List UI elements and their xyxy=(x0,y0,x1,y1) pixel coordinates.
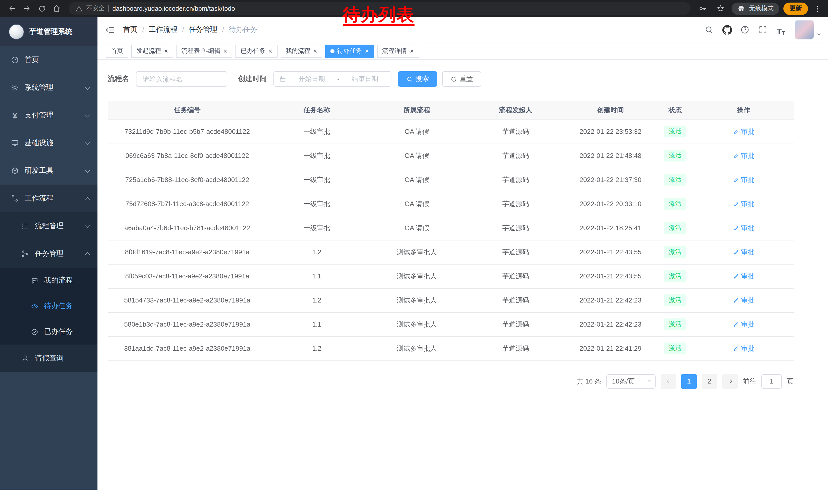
sidebar-item-label: 工作流程 xyxy=(25,194,53,203)
prev-page-button[interactable] xyxy=(661,374,676,388)
cell-status: 激活 xyxy=(657,288,694,312)
cell-process: 测试多审批人 xyxy=(367,288,467,312)
approve-link[interactable]: 审批 xyxy=(733,320,754,329)
next-page-button[interactable] xyxy=(722,374,738,388)
help-icon[interactable] xyxy=(739,24,751,36)
status-badge: 激活 xyxy=(664,270,687,282)
approve-link[interactable]: 审批 xyxy=(733,344,754,353)
approve-link[interactable]: 审批 xyxy=(733,127,754,136)
search-icon[interactable] xyxy=(703,24,715,36)
forward-button[interactable] xyxy=(20,2,34,15)
filter-form: 流程名 创建时间 开始日期 - 结束日期 搜索 重 xyxy=(108,71,828,87)
refresh-icon xyxy=(450,76,457,82)
password-key-icon[interactable] xyxy=(696,2,709,15)
table-row: 73211d9d-7b9b-11ec-b5b7-acde48001122 一级审… xyxy=(108,120,794,144)
process-name-input[interactable] xyxy=(136,71,227,87)
user-menu[interactable] xyxy=(795,20,820,40)
approve-link[interactable]: 审批 xyxy=(733,272,754,281)
cell-task-name: 1.1 xyxy=(267,312,367,336)
approve-link[interactable]: 审批 xyxy=(733,295,754,305)
sidebar-item-devtools[interactable]: 研发工具 xyxy=(0,157,97,185)
cell-created: 2022-01-22 20:33:10 xyxy=(564,192,657,216)
tab-process-detail[interactable]: 流程详情 × xyxy=(377,44,419,58)
cell-created: 2022-01-22 21:48:48 xyxy=(564,144,657,168)
cell-task-name: 一级审批 xyxy=(267,120,367,144)
breadcrumb-separator: / xyxy=(142,26,144,34)
sidebar-item-system[interactable]: 系统管理 xyxy=(0,74,97,101)
app-logo-row[interactable]: 芋道管理系统 xyxy=(0,17,97,46)
close-icon[interactable]: × xyxy=(365,48,369,54)
status-badge: 激活 xyxy=(664,342,687,354)
start-date-placeholder: 开始日期 xyxy=(291,74,333,84)
goto-page-input[interactable] xyxy=(761,374,782,388)
page-button-2[interactable]: 2 xyxy=(702,374,717,388)
close-icon[interactable]: × xyxy=(409,48,414,54)
back-button[interactable] xyxy=(5,2,19,15)
breadcrumb-home[interactable]: 首页 xyxy=(123,25,137,34)
chevron-down-icon xyxy=(648,378,651,382)
approve-link[interactable]: 审批 xyxy=(733,175,754,184)
cell-starter: 芋道源码 xyxy=(467,192,564,216)
close-icon[interactable]: × xyxy=(313,48,317,54)
cell-created: 2022-01-21 22:42:23 xyxy=(564,288,657,312)
cube-icon xyxy=(10,167,19,175)
cell-process: 测试多审批人 xyxy=(367,336,467,360)
sidebar-item-my-process[interactable]: 我的流程 xyxy=(0,268,97,293)
tab-home[interactable]: 首页 xyxy=(106,44,128,58)
tab-my-process[interactable]: 我的流程 × xyxy=(281,44,322,58)
sidebar-collapse-icon[interactable] xyxy=(105,25,115,35)
approve-link[interactable]: 审批 xyxy=(733,247,754,257)
fullscreen-icon[interactable] xyxy=(757,24,769,36)
sidebar-item-leave-query[interactable]: 请假查询 xyxy=(0,345,97,372)
col-starter: 流程发起人 xyxy=(467,101,564,120)
bookmark-star-icon[interactable] xyxy=(714,2,728,15)
tab-start-process[interactable]: 发起流程 × xyxy=(131,44,173,58)
approve-link[interactable]: 审批 xyxy=(733,223,754,232)
close-icon[interactable]: × xyxy=(223,48,227,54)
home-button[interactable] xyxy=(50,2,64,15)
user-icon xyxy=(20,354,30,363)
date-range-picker[interactable]: 开始日期 - 结束日期 xyxy=(274,71,391,87)
browser-menu-icon[interactable]: ⋮ xyxy=(812,4,823,13)
sidebar-item-todo-tasks[interactable]: 待办任务 xyxy=(0,293,97,319)
tab-process-form-edit[interactable]: 流程表单-编辑 × xyxy=(176,44,233,58)
tab-done-tasks[interactable]: 已办任务 × xyxy=(236,44,277,58)
update-button[interactable]: 更新 xyxy=(783,2,808,15)
app-logo xyxy=(9,24,24,39)
col-task-id: 任务编号 xyxy=(108,101,267,120)
goto-label: 前往 xyxy=(743,377,756,386)
omnibox-divider xyxy=(108,5,109,12)
tab-todo-tasks[interactable]: 待办任务 × xyxy=(326,44,374,58)
page-button-1[interactable]: 1 xyxy=(681,374,697,388)
sidebar-item-process-management[interactable]: 流程管理 xyxy=(0,212,97,240)
breadcrumb-task-management[interactable]: 任务管理 xyxy=(189,25,217,34)
font-size-icon[interactable]: TT xyxy=(775,24,787,36)
sidebar-item-workflow[interactable]: 工作流程 xyxy=(0,185,97,212)
breadcrumb-workflow[interactable]: 工作流程 xyxy=(149,25,177,34)
sidebar-item-payment[interactable]: ¥ 支付管理 xyxy=(0,101,97,129)
approve-link[interactable]: 审批 xyxy=(733,151,754,160)
close-icon[interactable]: × xyxy=(164,48,168,54)
dashboard-icon xyxy=(10,56,19,64)
sidebar-item-home[interactable]: 首页 xyxy=(0,46,97,74)
approve-link[interactable]: 审批 xyxy=(733,199,754,209)
cell-status: 激活 xyxy=(657,264,694,288)
cell-starter: 芋道源码 xyxy=(467,312,564,336)
search-button[interactable]: 搜索 xyxy=(398,71,437,87)
cell-created: 2022-01-21 22:41:29 xyxy=(564,336,657,360)
reset-button[interactable]: 重置 xyxy=(442,71,481,87)
col-status: 状态 xyxy=(657,101,694,120)
page-size-select[interactable]: 10条/页 xyxy=(606,374,656,388)
sidebar-item-done-tasks[interactable]: 已办任务 xyxy=(0,319,97,345)
github-icon[interactable] xyxy=(721,24,733,36)
close-icon[interactable]: × xyxy=(268,48,272,54)
cell-action: 审批 xyxy=(694,264,794,288)
sidebar-item-task-management[interactable]: 任务管理 xyxy=(0,240,97,268)
page-content: 流程名 创建时间 开始日期 - 结束日期 搜索 重 xyxy=(97,60,828,504)
cell-task-name: 1.2 xyxy=(267,240,367,264)
sidebar-item-infrastructure[interactable]: 基础设施 xyxy=(0,129,97,157)
edit-icon xyxy=(733,225,739,231)
cell-task-id: 8f0d1619-7ac8-11ec-a9e2-a2380e71991a xyxy=(108,240,267,264)
reload-button[interactable] xyxy=(35,2,49,15)
cell-action: 审批 xyxy=(694,144,794,168)
